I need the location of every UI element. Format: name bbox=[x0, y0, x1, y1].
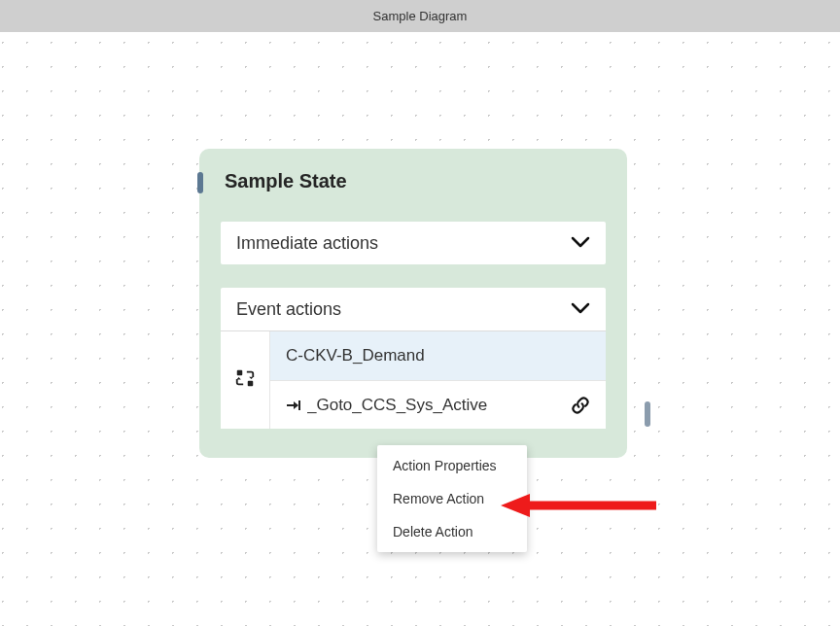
event-type-cell[interactable] bbox=[221, 331, 269, 429]
immediate-actions-label: Immediate actions bbox=[236, 233, 378, 254]
event-name-label: C-CKV-B_Demand bbox=[286, 346, 590, 365]
swap-icon bbox=[234, 367, 256, 393]
svg-rect-1 bbox=[248, 381, 254, 387]
window-title: Sample Diagram bbox=[373, 9, 468, 23]
chevron-down-icon bbox=[571, 299, 590, 320]
state-node[interactable]: Sample State Immediate actions Event act… bbox=[199, 149, 627, 458]
event-name-row[interactable]: C-CKV-B_Demand bbox=[270, 331, 606, 380]
svg-marker-2 bbox=[249, 377, 254, 379]
event-rows: C-CKV-B_Demand _Goto_CCS_Sys_Active bbox=[269, 331, 606, 429]
menu-item-action-properties[interactable]: Action Properties bbox=[377, 449, 527, 482]
scroll-indicator[interactable] bbox=[645, 401, 650, 427]
state-title: Sample State bbox=[225, 170, 606, 192]
event-transition-label: _Goto_CCS_Sys_Active bbox=[307, 396, 571, 415]
menu-item-delete-action[interactable]: Delete Action bbox=[377, 515, 527, 548]
link-icon[interactable] bbox=[571, 396, 590, 415]
window-title-bar: Sample Diagram bbox=[0, 0, 840, 32]
svg-marker-3 bbox=[236, 377, 241, 379]
event-actions-header[interactable]: Event actions bbox=[221, 288, 606, 330]
event-body: C-CKV-B_Demand _Goto_CCS_Sys_Active bbox=[221, 330, 606, 429]
event-actions-label: Event actions bbox=[236, 299, 341, 320]
context-menu: Action Properties Remove Action Delete A… bbox=[377, 445, 527, 552]
svg-marker-6 bbox=[294, 401, 298, 409]
immediate-actions-section: Immediate actions bbox=[221, 222, 606, 264]
transition-arrow-icon bbox=[286, 400, 301, 411]
menu-item-remove-action[interactable]: Remove Action bbox=[377, 482, 527, 515]
state-accent-handle[interactable] bbox=[197, 172, 203, 193]
event-transition-row[interactable]: _Goto_CCS_Sys_Active bbox=[270, 380, 606, 429]
svg-rect-0 bbox=[237, 370, 243, 376]
event-actions-section: Event actions bbox=[221, 288, 606, 429]
chevron-down-icon bbox=[571, 233, 590, 254]
diagram-canvas[interactable]: Sample State Immediate actions Event act… bbox=[0, 32, 840, 626]
immediate-actions-header[interactable]: Immediate actions bbox=[221, 222, 606, 264]
